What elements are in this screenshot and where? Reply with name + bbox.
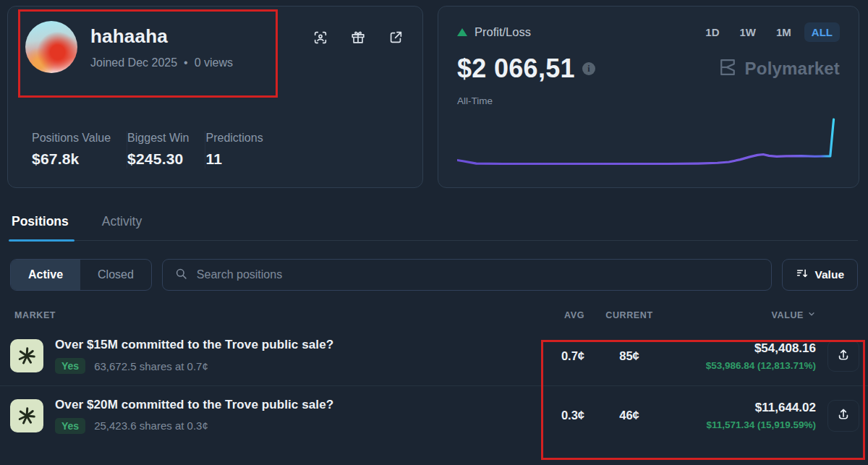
- profile-card: hahaaha Joined Dec 2025 • 0 views: [7, 6, 423, 188]
- segment-closed[interactable]: Closed: [80, 260, 151, 290]
- current-price: 85¢: [599, 349, 660, 363]
- positions-list: Over $15M committed to the Trove public …: [0, 326, 868, 445]
- shares-text: 25,423.6 shares at 0.3¢: [94, 419, 208, 432]
- header-avg: AVG: [529, 310, 584, 320]
- timeframe-all[interactable]: ALL: [804, 22, 840, 42]
- stat-label: Positions Value: [32, 132, 111, 145]
- profile-actions: [311, 21, 405, 47]
- positions-controls: Active Closed Value: [10, 259, 858, 291]
- stat-value: 11: [205, 150, 263, 168]
- market-icon: [10, 339, 43, 372]
- avatar: [25, 21, 77, 73]
- top-cards-row: hahaaha Joined Dec 2025 • 0 views: [0, 0, 868, 188]
- current-price: 46¢: [599, 409, 660, 422]
- stat-positions-value: Positions Value $67.8k: [32, 132, 127, 168]
- pnl-chart-svg: [457, 116, 840, 177]
- search-box: [162, 259, 772, 291]
- share-position-button[interactable]: [827, 400, 859, 432]
- profile-page: hahaaha Joined Dec 2025 • 0 views: [0, 0, 868, 465]
- sort-button-label: Value: [815, 268, 845, 281]
- polymarket-brand: Polymarket: [718, 57, 840, 80]
- timeframe-1m[interactable]: 1M: [769, 22, 799, 42]
- pnl-card: Profit/Loss 1D 1W 1M ALL $2 066,51 i: [438, 6, 859, 188]
- market-icon: [10, 399, 43, 432]
- timeframe-1d[interactable]: 1D: [698, 22, 726, 42]
- shares-text: 63,672.5 shares at 0.7¢: [94, 360, 208, 372]
- dot-separator: •: [184, 56, 188, 69]
- polymarket-wordmark: Polymarket: [745, 59, 840, 79]
- profile-identity: hahaaha Joined Dec 2025 • 0 views: [90, 21, 233, 69]
- market-info: Over $15M committed to the Trove public …: [55, 338, 333, 374]
- position-gain: $11,571.34 (15,919.59%): [665, 419, 816, 430]
- share-position-button[interactable]: [827, 340, 859, 372]
- table-header: MARKET AVG CURRENT VALUE: [10, 310, 859, 320]
- avg-price: 0.7¢: [529, 349, 584, 363]
- header-market: MARKET: [10, 310, 529, 320]
- pnl-amount-row: $2 066,51 i Polymarket: [457, 54, 840, 84]
- pnl-period: All-Time: [457, 95, 840, 106]
- gift-button[interactable]: [349, 28, 367, 47]
- sort-descending-icon: [796, 267, 809, 283]
- external-link-button[interactable]: [386, 28, 405, 47]
- timeframe-selector: 1D 1W 1M ALL: [698, 22, 840, 42]
- header-value-sort[interactable]: VALUE: [772, 310, 816, 320]
- views-count: 0 views: [195, 56, 233, 69]
- avg-price: 0.3¢: [529, 409, 584, 422]
- gift-icon: [350, 30, 366, 46]
- position-value: $54,408.16: [665, 341, 816, 356]
- tab-activity[interactable]: Activity: [101, 214, 143, 240]
- trend-up-icon: [457, 28, 467, 36]
- section-tabs: Positions Activity: [10, 214, 858, 241]
- segment-active[interactable]: Active: [11, 260, 80, 290]
- market-title[interactable]: Over $15M committed to the Trove public …: [55, 338, 333, 352]
- stat-predictions: Predictions 11: [205, 132, 278, 168]
- position-row[interactable]: Over $15M committed to the Trove public …: [0, 326, 868, 385]
- search-icon: [174, 267, 188, 283]
- header-value-label: VALUE: [772, 310, 804, 320]
- qr-scan-button[interactable]: [311, 28, 330, 47]
- market-title[interactable]: Over $20M committed to the Trove public …: [55, 398, 333, 412]
- pnl-chart[interactable]: [457, 116, 840, 177]
- position-gain: $53,986.84 (12,813.71%): [665, 360, 816, 371]
- username: hahaaha: [90, 25, 233, 48]
- position-value: $11,644.02: [665, 401, 816, 415]
- outcome-badge: Yes: [55, 358, 85, 374]
- tab-positions[interactable]: Positions: [10, 214, 70, 240]
- profile-stats: Positions Value $67.8k Biggest Win $245.…: [32, 131, 405, 168]
- stat-value: $245.30: [127, 150, 189, 168]
- share-upload-icon: [836, 348, 851, 364]
- market-info: Over $20M committed to the Trove public …: [55, 398, 333, 434]
- pnl-amount: $2 066,51: [457, 54, 575, 84]
- qr-face-scan-icon: [312, 30, 328, 46]
- timeframe-1w[interactable]: 1W: [732, 22, 763, 42]
- profile-header: hahaaha Joined Dec 2025 • 0 views: [25, 21, 405, 73]
- search-input[interactable]: [197, 268, 760, 281]
- outcome-badge: Yes: [55, 418, 85, 434]
- stat-biggest-win: Biggest Win $245.30: [127, 132, 205, 168]
- pnl-chart-line: [457, 119, 834, 163]
- pnl-label: Profit/Loss: [475, 25, 531, 39]
- info-icon[interactable]: i: [582, 62, 595, 75]
- external-link-icon: [388, 30, 404, 46]
- stat-value: $67.8k: [32, 150, 111, 168]
- stat-label: Biggest Win: [127, 132, 189, 145]
- pnl-header: Profit/Loss 1D 1W 1M ALL: [457, 22, 840, 42]
- header-current: CURRENT: [599, 310, 660, 320]
- position-row[interactable]: Over $20M committed to the Trove public …: [0, 385, 868, 445]
- profile-meta: Joined Dec 2025 • 0 views: [90, 56, 233, 69]
- sort-value-button[interactable]: Value: [782, 259, 859, 291]
- share-upload-icon: [836, 407, 851, 424]
- joined-date: Joined Dec 2025: [90, 56, 177, 69]
- status-segmented-control: Active Closed: [10, 259, 152, 291]
- chevron-down-icon: [807, 310, 816, 320]
- polymarket-logo-icon: [718, 57, 738, 80]
- stat-label: Predictions: [205, 132, 263, 145]
